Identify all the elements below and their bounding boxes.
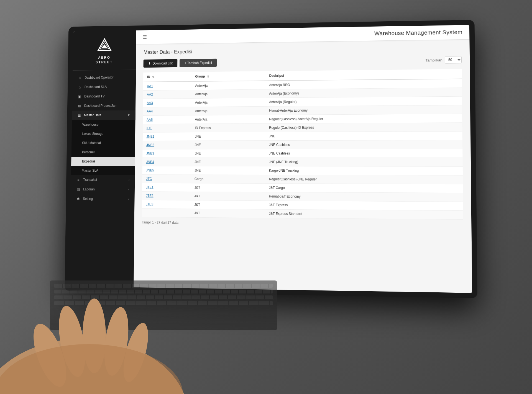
col-group: Group ⇅ (191, 71, 265, 81)
setting-icon: ✱ (76, 197, 80, 201)
cell-group: J&T (190, 200, 265, 209)
cell-deskripsi: Reguler(Cashless)-AnterAja Reguler (265, 114, 462, 123)
show-label: Tampilkan (426, 58, 443, 62)
expedisi-table: ID ⇅ Group ⇅ Deskripsi AA1AnterAjaAnterA… (142, 69, 463, 220)
expedisi-id-link[interactable]: AA3 (147, 101, 153, 105)
transaksi-arrow: ‹ (129, 178, 129, 181)
sidebar: AERO STREET ⊙ Dashboard Operator ⌂ Dashb… (70, 30, 136, 287)
submenu-item-warehouse[interactable]: Warehouse (72, 120, 135, 129)
hand-area (0, 278, 216, 394)
cell-group: J&T (191, 183, 265, 192)
master-data-submenu: Warehouse Lokasi Storage SKU Material Pe… (71, 120, 135, 175)
submenu-item-sku-material[interactable]: SKU Material (71, 138, 135, 148)
table-row: JTE1J&TJ&T Cargo (142, 183, 463, 193)
expedisi-id-link[interactable]: JNE5 (146, 168, 154, 172)
cell-id (142, 208, 190, 217)
table-row: J&TJ&T Express Standard (142, 208, 463, 220)
cell-group: AnterAja (191, 81, 265, 90)
cell-group: JNE (191, 166, 265, 175)
download-list-button[interactable]: ⬇ Download List (143, 59, 177, 68)
expedisi-id-link[interactable]: JTE3 (146, 202, 153, 206)
cell-deskripsi: J&T Cargo (265, 184, 463, 193)
cell-group: JNE (191, 158, 265, 166)
cell-group: ID Express (191, 123, 265, 132)
pagination-info: Tampil 1 - 27 dari 27 data (142, 220, 463, 227)
table-row: JTCCargoReguler(Cashless)-JNE Reguler (142, 175, 463, 184)
sidebar-logo: AERO STREET (73, 30, 136, 71)
cell-group: Cargo (191, 175, 265, 184)
sort-id-icon[interactable]: ⇅ (152, 76, 154, 79)
app-title: Warehouse Management System (374, 29, 462, 37)
expedisi-id-link[interactable]: JNE4 (146, 160, 154, 164)
toolbar-left: ⬇ Download List + Tambah Expedisi (143, 59, 217, 68)
submenu-item-personel[interactable]: Personel (71, 147, 135, 156)
expedisi-id-link[interactable]: JNE1 (146, 135, 154, 138)
dashboard-proses-icon: ⊞ (77, 104, 81, 108)
cell-id: AA1 (143, 81, 191, 90)
dashboard-operator-icon: ⊙ (78, 76, 82, 80)
cell-id: JNE2 (142, 141, 191, 149)
submenu-item-lokasi-storage[interactable]: Lokasi Storage (71, 129, 135, 138)
sidebar-item-transaksi[interactable]: ≡ Transaksi ‹ (71, 175, 135, 185)
sidebar-item-setting[interactable]: ✱ Setting ‹ (71, 194, 135, 204)
expedisi-id-link[interactable]: AA5 (147, 118, 153, 122)
expedisi-id-link[interactable]: IDE (147, 126, 152, 130)
setting-arrow: ‹ (128, 197, 129, 200)
col-id: ID ⇅ (143, 72, 191, 82)
cell-id: AA4 (143, 107, 191, 115)
hamburger-icon[interactable]: ☰ (143, 34, 147, 40)
sidebar-item-dashboard-proses[interactable]: ⊞ Dashboard Proses/Jam (72, 101, 135, 111)
expedisi-id-link[interactable]: JNE3 (146, 151, 154, 155)
add-expedisi-button[interactable]: + Tambah Expedisi (180, 59, 217, 67)
table-row: AA5AnterAjaReguler(Cashless)-AnterAja Re… (143, 114, 462, 124)
download-icon: ⬇ (148, 62, 151, 66)
cell-deskripsi: Reguler(Cashless)-JNE Reguler (265, 175, 463, 184)
expedisi-id-link[interactable]: AA2 (147, 93, 153, 97)
cell-group: J&T (190, 209, 265, 218)
laporan-icon: ▤ (76, 187, 80, 191)
sort-group-icon[interactable]: ⇅ (207, 75, 209, 78)
sidebar-item-laporan[interactable]: ▤ Laporan ‹ (71, 184, 135, 194)
content-area: Master Data - Expedisi ⬇ Download List +… (134, 40, 472, 293)
cell-group: AnterAja (191, 115, 265, 124)
cell-id: AA3 (143, 98, 191, 107)
show-select[interactable]: 50 25 100 (445, 56, 462, 64)
cell-group: JNE (191, 149, 265, 158)
expedisi-id-link[interactable]: JNE2 (146, 143, 154, 147)
cell-deskripsi: J&T Express Standard (265, 209, 463, 220)
transaksi-icon: ≡ (76, 178, 80, 182)
sidebar-item-master-data[interactable]: ☰ Master Data ▼ (72, 110, 135, 120)
cell-deskripsi: JNE Cashless (265, 149, 463, 158)
expedisi-id-link[interactable]: AA4 (147, 109, 153, 113)
submenu-item-expedisi[interactable]: Expedisi (71, 157, 135, 166)
sidebar-item-dashboard-operator[interactable]: ⊙ Dashboard Operator (72, 73, 136, 83)
expedisi-id-link[interactable]: JTE1 (146, 186, 154, 189)
cell-group: J&T (191, 192, 265, 201)
sidebar-item-dashboard-tv[interactable]: ▣ Dashboard TV (72, 91, 135, 101)
toolbar-right: Tampilkan 50 25 100 (426, 56, 462, 64)
cell-deskripsi: JNE (265, 131, 462, 140)
cell-id: JTC (142, 175, 191, 183)
logo-icon (96, 37, 112, 53)
cell-id: AA2 (143, 90, 191, 99)
cell-deskripsi: JNE (JNE Trucking) (265, 158, 463, 166)
table-row: JNE5JNEKargo-JNE Trucking (142, 166, 463, 175)
cell-id: JTE1 (142, 183, 191, 192)
cell-deskripsi: JNE Cashless (265, 140, 462, 149)
expedisi-id-link[interactable]: AA1 (147, 84, 153, 88)
cell-group: JNE (191, 141, 265, 149)
table-body: AA1AnterAjaAnterAja REGAA2AnterAjaAnterA… (142, 79, 463, 220)
table-row: JNE1JNEJNE (143, 131, 462, 141)
dashboard-tv-icon: ▣ (78, 94, 82, 99)
cell-id: IDE (143, 124, 191, 132)
sidebar-item-dashboard-sla[interactable]: ⌂ Dashboard SLA (72, 82, 136, 92)
laporan-arrow: ‹ (128, 188, 129, 191)
cell-id: JNE3 (142, 149, 191, 158)
submenu-item-master-sla[interactable]: Master SLA (71, 166, 135, 175)
expedisi-id-link[interactable]: JTE2 (146, 194, 153, 198)
expedisi-id-link[interactable]: JTC (146, 177, 152, 181)
logo-text: AERO STREET (96, 55, 113, 65)
cell-id: JNE5 (142, 166, 191, 175)
cell-deskripsi: Hemat-AnterAja Economy (265, 105, 462, 115)
table-row: JNE3JNEJNE Cashless (142, 149, 462, 158)
